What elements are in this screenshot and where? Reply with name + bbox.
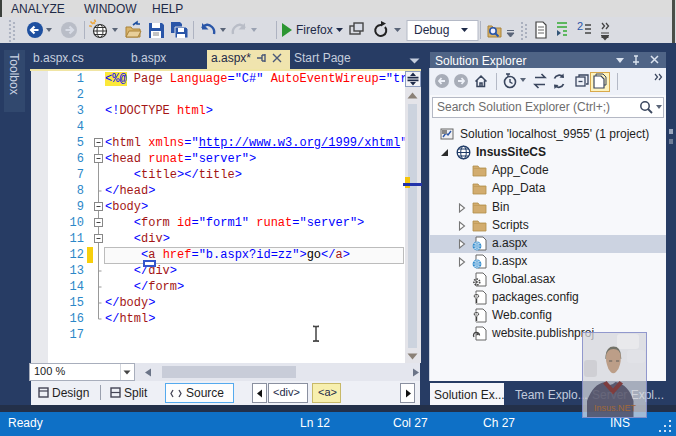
svg-text:Insus.NET: Insus.NET	[594, 403, 637, 413]
svg-text:2: 2	[577, 20, 583, 32]
